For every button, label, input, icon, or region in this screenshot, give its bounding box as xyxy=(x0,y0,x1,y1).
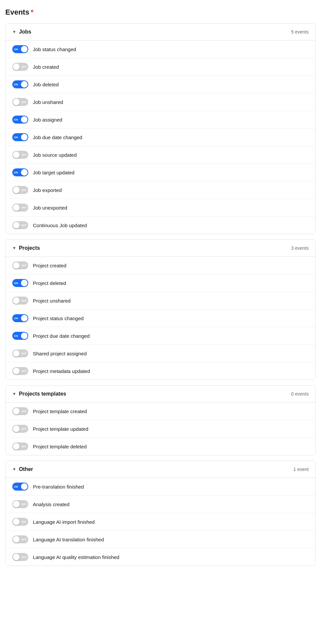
event-label-project-metadata-updated: Project metadata updated xyxy=(33,368,90,374)
event-label-analysis-created: Analysis created xyxy=(33,502,69,507)
chevron-icon: ▼ xyxy=(12,467,16,472)
event-item-job-assigned: ON Job assigned xyxy=(6,111,315,129)
event-list-other: ON Pre-translation finished OFF Analysis… xyxy=(6,478,315,566)
toggle-label-project-created: OFF xyxy=(21,264,27,267)
event-label-job-unexported: Job unexported xyxy=(33,205,67,211)
required-marker: * xyxy=(31,8,34,17)
event-label-pre-translation-finished: Pre-translation finished xyxy=(33,484,84,490)
chevron-icon: ▼ xyxy=(12,246,16,250)
event-item-project-metadata-updated: OFF Project metadata updated xyxy=(6,362,315,380)
toggle-label-job-due-date-changed: ON xyxy=(14,136,18,139)
toggle-shared-project-assigned[interactable]: OFF xyxy=(12,349,28,357)
event-item-job-status-changed: ON Job status changed xyxy=(6,41,315,58)
event-item-job-source-updated: OFF Job source updated xyxy=(6,146,315,164)
toggle-label-project-due-date-changed: ON xyxy=(14,334,18,337)
toggle-analysis-created[interactable]: OFF xyxy=(12,500,28,508)
toggle-label-job-created: OFF xyxy=(21,65,27,68)
toggle-project-status-changed[interactable]: ON xyxy=(12,314,28,322)
toggle-project-created[interactable]: OFF xyxy=(12,261,28,269)
toggle-thumb-job-source-updated xyxy=(13,151,20,158)
toggle-job-unexported[interactable]: OFF xyxy=(12,204,28,212)
event-label-project-unshared: Project unshared xyxy=(33,298,70,304)
toggle-job-target-updated[interactable]: ON xyxy=(12,168,28,176)
toggle-job-assigned[interactable]: ON xyxy=(12,116,28,124)
toggle-thumb-project-template-updated xyxy=(13,425,20,432)
event-item-project-status-changed: ON Project status changed xyxy=(6,310,315,327)
toggle-label-language-ai-quality-estimation-finished: OFF xyxy=(21,556,27,559)
toggle-thumb-job-unshared xyxy=(13,99,20,105)
event-item-language-ai-import-finished: OFF Language AI import finished xyxy=(6,513,315,531)
event-label-job-source-updated: Job source updated xyxy=(33,152,77,158)
toggle-thumb-project-metadata-updated xyxy=(13,368,20,374)
toggle-label-project-template-created: OFF xyxy=(21,410,27,413)
section-count-other: 1 event xyxy=(293,467,309,472)
event-label-job-created: Job created xyxy=(33,64,59,70)
toggle-job-status-changed[interactable]: ON xyxy=(12,45,28,53)
toggle-pre-translation-finished[interactable]: ON xyxy=(12,483,28,491)
event-label-language-ai-translation-finished: Language AI translation finished xyxy=(33,537,104,542)
event-item-job-deleted: ON Job deleted xyxy=(6,76,315,93)
toggle-thumb-job-target-updated xyxy=(21,169,28,176)
toggle-language-ai-quality-estimation-finished[interactable]: OFF xyxy=(12,553,28,561)
toggle-label-language-ai-import-finished: OFF xyxy=(21,520,27,523)
section-header-jobs[interactable]: ▼ Jobs 5 events xyxy=(6,24,315,41)
toggle-job-exported[interactable]: OFF xyxy=(12,186,28,194)
event-label-job-unshared: Job unshared xyxy=(33,99,63,105)
toggle-job-created[interactable]: OFF xyxy=(12,63,28,71)
toggle-thumb-language-ai-quality-estimation-finished xyxy=(13,554,20,560)
chevron-icon: ▼ xyxy=(12,30,16,34)
event-list-jobs: ON Job status changed OFF Job created ON xyxy=(6,41,315,234)
event-label-job-exported: Job exported xyxy=(33,187,62,193)
toggle-thumb-job-deleted xyxy=(21,81,28,88)
event-label-language-ai-import-finished: Language AI import finished xyxy=(33,519,95,525)
toggle-language-ai-translation-finished[interactable]: OFF xyxy=(12,535,28,543)
page-title: Events * xyxy=(5,8,316,17)
toggle-thumb-language-ai-import-finished xyxy=(13,518,20,525)
toggle-project-template-created[interactable]: OFF xyxy=(12,407,28,415)
event-item-shared-project-assigned: OFF Shared project assigned xyxy=(6,345,315,362)
toggle-job-due-date-changed[interactable]: ON xyxy=(12,133,28,141)
event-item-job-created: OFF Job created xyxy=(6,58,315,76)
toggle-label-project-metadata-updated: OFF xyxy=(21,370,27,373)
toggle-thumb-shared-project-assigned xyxy=(13,350,20,357)
event-item-project-deleted: ON Project deleted xyxy=(6,274,315,292)
toggle-thumb-project-template-created xyxy=(13,408,20,414)
event-label-continuous-job-updated: Continuous Job updated xyxy=(33,223,87,228)
toggle-project-template-updated[interactable]: OFF xyxy=(12,425,28,433)
toggle-job-source-updated[interactable]: OFF xyxy=(12,151,28,159)
event-list-projects-templates: OFF Project template created OFF Project… xyxy=(6,403,315,455)
event-label-job-due-date-changed: Job due date changed xyxy=(33,135,82,140)
toggle-label-language-ai-translation-finished: OFF xyxy=(21,538,27,541)
toggle-thumb-job-due-date-changed xyxy=(21,134,28,140)
section-header-other[interactable]: ▼ Other 1 event xyxy=(6,461,315,478)
toggle-job-unshared[interactable]: OFF xyxy=(12,98,28,106)
event-item-continuous-job-updated: OFF Continuous Job updated xyxy=(6,217,315,234)
event-label-job-deleted: Job deleted xyxy=(33,82,59,87)
section-header-projects-templates[interactable]: ▼ Projects templates 0 events xyxy=(6,386,315,403)
toggle-project-deleted[interactable]: ON xyxy=(12,279,28,287)
toggle-thumb-job-exported xyxy=(13,187,20,193)
toggle-language-ai-import-finished[interactable]: OFF xyxy=(12,518,28,526)
event-label-language-ai-quality-estimation-finished: Language AI quality estimation finished xyxy=(33,554,119,560)
event-list-projects: OFF Project created ON Project deleted O… xyxy=(6,257,315,380)
toggle-label-project-deleted: ON xyxy=(14,282,18,285)
toggle-project-unshared[interactable]: OFF xyxy=(12,297,28,305)
toggle-project-metadata-updated[interactable]: OFF xyxy=(12,367,28,375)
toggle-thumb-project-unshared xyxy=(13,297,20,304)
toggle-project-due-date-changed[interactable]: ON xyxy=(12,332,28,340)
toggle-continuous-job-updated[interactable]: OFF xyxy=(12,221,28,229)
toggle-thumb-analysis-created xyxy=(13,501,20,507)
event-item-language-ai-quality-estimation-finished: OFF Language AI quality estimation finis… xyxy=(6,548,315,566)
event-label-job-assigned: Job assigned xyxy=(33,117,62,123)
toggle-job-deleted[interactable]: ON xyxy=(12,80,28,88)
section-header-projects[interactable]: ▼ Projects 3 events xyxy=(6,240,315,257)
toggle-label-project-status-changed: ON xyxy=(14,317,18,320)
event-item-project-created: OFF Project created xyxy=(6,257,315,274)
toggle-thumb-language-ai-translation-finished xyxy=(13,536,20,543)
toggle-project-template-deleted[interactable]: OFF xyxy=(12,442,28,450)
event-item-job-due-date-changed: ON Job due date changed xyxy=(6,129,315,146)
event-item-project-template-updated: OFF Project template updated xyxy=(6,420,315,438)
toggle-thumb-pre-translation-finished xyxy=(21,483,28,490)
event-label-project-due-date-changed: Project due date changed xyxy=(33,333,90,339)
section-title-projects-templates: Projects templates xyxy=(19,391,288,397)
